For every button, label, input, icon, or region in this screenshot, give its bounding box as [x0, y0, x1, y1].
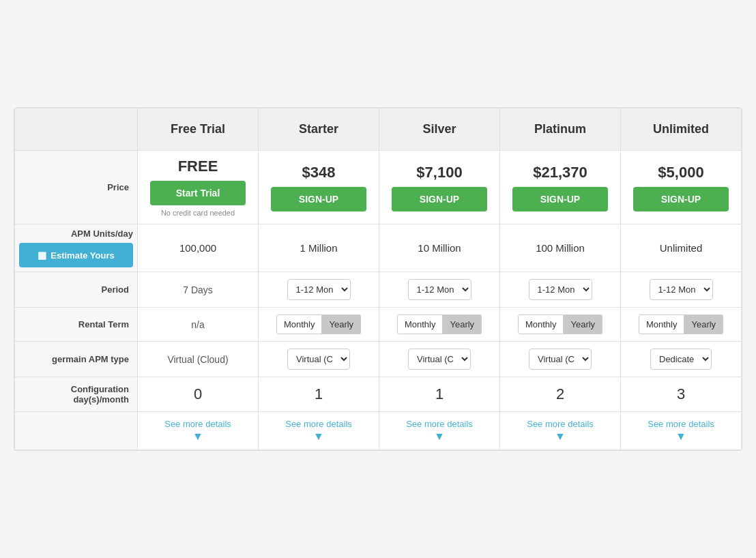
- config-days-unlimited: 3: [621, 377, 742, 412]
- signup-platinum-button[interactable]: SIGN-UP: [512, 187, 608, 211]
- config-days-row: Configuration day(s)/month 0 1 1 2 3: [15, 377, 742, 412]
- signup-starter-button[interactable]: SIGN-UP: [271, 187, 366, 211]
- see-more-link-unlimited[interactable]: See more details ▼: [626, 419, 736, 443]
- price-free-trial: FREE Start Trial No credit card needed: [138, 151, 259, 224]
- see-more-row: See more details ▼ See more details ▼ Se…: [15, 412, 742, 450]
- config-days-label: Configuration day(s)/month: [15, 377, 138, 412]
- grid-icon: ▦: [38, 250, 46, 261]
- period-label: Period: [15, 272, 138, 308]
- see-more-arrow-unlimited: ▼: [675, 430, 686, 443]
- period-select-starter[interactable]: 1-12 Mon: [287, 279, 351, 300]
- config-value-starter: 1: [315, 385, 323, 402]
- apm-type-unlimited: Dedicate: [621, 342, 742, 377]
- price-amount-starter: $348: [264, 164, 373, 181]
- see-more-starter: See more details ▼: [259, 412, 379, 450]
- signup-silver-button[interactable]: SIGN-UP: [392, 187, 487, 211]
- config-days-starter: 1: [259, 377, 379, 412]
- monthly-btn-silver[interactable]: Monthly: [397, 314, 444, 334]
- yearly-btn-unlimited[interactable]: Yearly: [684, 314, 723, 334]
- see-more-text-platinum: See more details: [527, 419, 594, 429]
- rental-term-unlimited: Monthly Yearly: [621, 308, 742, 342]
- apm-type-select-unlimited[interactable]: Dedicate: [650, 349, 712, 370]
- period-free-trial: 7 Days: [138, 272, 259, 308]
- see-more-free: See more details ▼: [138, 412, 259, 450]
- yearly-btn-silver[interactable]: Yearly: [443, 314, 482, 334]
- apm-type-silver: Virtual (C: [379, 342, 500, 377]
- price-platinum: $21,370 SIGN-UP: [500, 151, 621, 224]
- apm-type-row: germain APM type Virtual (Cloud) Virtual…: [15, 342, 742, 377]
- see-more-link-silver[interactable]: See more details ▼: [385, 419, 494, 443]
- rental-term-free-trial: n/a: [138, 308, 259, 342]
- apm-units-label-cell: APM Units/day ▦ Estimate Yours: [15, 224, 138, 272]
- period-silver: 1-12 Mon: [379, 272, 500, 308]
- rental-term-na: n/a: [191, 319, 204, 330]
- config-value-silver: 1: [435, 385, 444, 402]
- rental-term-buttons-starter: Monthly Yearly: [264, 314, 373, 334]
- start-trial-button[interactable]: Start Trial: [150, 181, 246, 205]
- rental-term-label: Rental Term: [15, 308, 138, 342]
- header-free-trial: Free Trial: [138, 108, 259, 151]
- see-more-text-silver: See more details: [406, 419, 473, 429]
- period-unlimited: 1-12 Mon: [621, 272, 742, 308]
- see-more-unlimited: See more details ▼: [621, 412, 742, 450]
- see-more-arrow-silver: ▼: [434, 430, 445, 443]
- apm-type-platinum: Virtual (C: [500, 342, 621, 377]
- no-credit-text: No credit card needed: [143, 209, 252, 217]
- period-select-platinum[interactable]: 1-12 Mon: [529, 279, 592, 300]
- period-row: Period 7 Days 1-12 Mon 1-12 Mon 1-12: [15, 272, 742, 308]
- apm-value-silver: 10 Million: [418, 242, 461, 254]
- price-amount-silver: $7,100: [385, 164, 494, 181]
- apm-value-unlimited: Unlimited: [660, 242, 703, 254]
- see-more-text-free: See more details: [164, 419, 231, 429]
- rental-term-buttons-unlimited: Monthly Yearly: [626, 314, 736, 334]
- apm-type-starter: Virtual (C: [259, 342, 379, 377]
- see-more-arrow-free: ▼: [192, 430, 203, 443]
- apm-type-select-silver[interactable]: Virtual (C: [408, 349, 471, 370]
- config-days-silver: 1: [379, 377, 500, 412]
- apm-type-free-trial: Virtual (Cloud): [138, 342, 259, 377]
- config-value-free: 0: [194, 385, 202, 402]
- rental-term-buttons-silver: Monthly Yearly: [385, 314, 494, 334]
- period-select-silver[interactable]: 1-12 Mon: [408, 279, 471, 300]
- see-more-link-free[interactable]: See more details ▼: [143, 419, 252, 443]
- apm-units-silver: 10 Million: [379, 224, 500, 272]
- see-more-text-unlimited: See more details: [648, 419, 714, 429]
- apm-type-select-platinum[interactable]: Virtual (C: [529, 349, 592, 370]
- price-unlimited: $5,000 SIGN-UP: [621, 151, 742, 224]
- header-platinum: Platinum: [500, 108, 621, 151]
- yearly-btn-starter[interactable]: Yearly: [322, 314, 361, 334]
- apm-units-free-trial: 100,000: [138, 224, 259, 272]
- monthly-btn-unlimited[interactable]: Monthly: [639, 314, 685, 334]
- apm-value-free: 100,000: [179, 242, 216, 254]
- see-more-link-starter[interactable]: See more details ▼: [264, 419, 373, 443]
- header-starter: Starter: [259, 108, 379, 151]
- config-days-platinum: 2: [500, 377, 621, 412]
- see-more-arrow-starter: ▼: [313, 430, 324, 443]
- see-more-label-cell: [15, 412, 138, 450]
- see-more-text-starter: See more details: [285, 419, 352, 429]
- apm-units-label: APM Units/day: [19, 229, 133, 239]
- rental-term-starter: Monthly Yearly: [259, 308, 379, 342]
- apm-units-starter: 1 Million: [259, 224, 379, 272]
- estimate-yours-label: Estimate Yours: [50, 250, 114, 261]
- signup-unlimited-button[interactable]: SIGN-UP: [633, 187, 729, 211]
- price-label: Price: [15, 151, 138, 224]
- estimate-yours-button[interactable]: ▦ Estimate Yours: [19, 243, 133, 267]
- rental-term-row: Rental Term n/a Monthly Yearly Monthly Y…: [15, 308, 742, 342]
- pricing-table: Free Trial Starter Silver Platinum Unlim…: [14, 107, 742, 451]
- see-more-link-platinum[interactable]: See more details ▼: [506, 419, 615, 443]
- apm-units-row: APM Units/day ▦ Estimate Yours 100,000 1…: [15, 224, 742, 272]
- apm-type-label: germain APM type: [15, 342, 138, 377]
- price-amount-platinum: $21,370: [506, 164, 615, 181]
- rental-term-platinum: Monthly Yearly: [500, 308, 621, 342]
- header-unlimited: Unlimited: [621, 108, 742, 151]
- apm-units-unlimited: Unlimited: [621, 224, 742, 272]
- monthly-btn-starter[interactable]: Monthly: [276, 314, 323, 334]
- period-select-unlimited[interactable]: 1-12 Mon: [650, 279, 713, 300]
- apm-type-select-starter[interactable]: Virtual (C: [287, 349, 350, 370]
- monthly-btn-platinum[interactable]: Monthly: [518, 314, 564, 334]
- price-silver: $7,100 SIGN-UP: [379, 151, 500, 224]
- header-silver: Silver: [379, 108, 500, 151]
- yearly-btn-platinum[interactable]: Yearly: [564, 314, 602, 334]
- see-more-arrow-platinum: ▼: [555, 430, 566, 443]
